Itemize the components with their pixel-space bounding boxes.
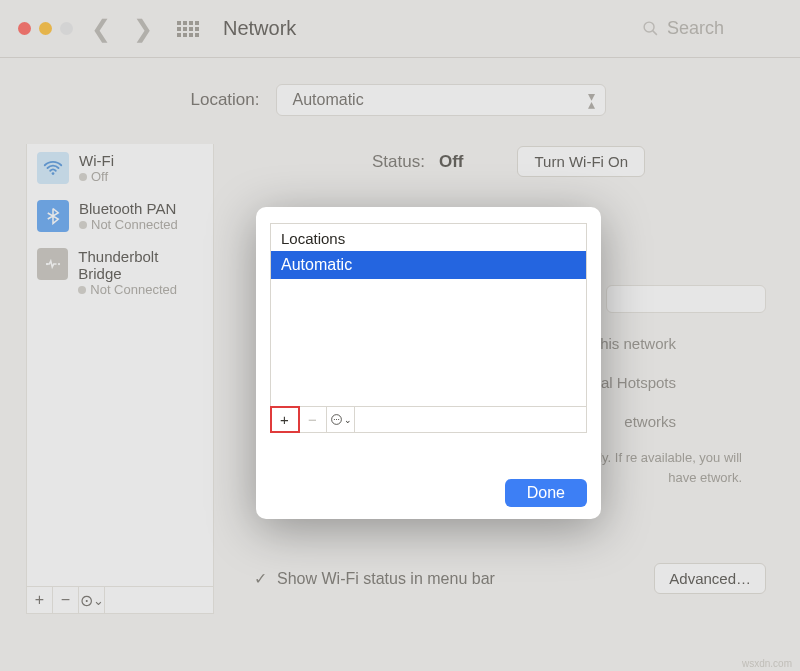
remove-location-button[interactable]: − — [299, 407, 327, 432]
svg-point-8 — [338, 419, 339, 420]
location-item[interactable]: Automatic — [271, 251, 586, 279]
location-actions-button[interactable]: ⌄ — [327, 407, 355, 432]
svg-point-7 — [335, 419, 336, 420]
add-location-button[interactable]: + — [271, 407, 299, 432]
chevron-down-icon: ⌄ — [344, 415, 352, 425]
watermark: wsxdn.com — [742, 658, 792, 669]
locations-dialog: Locations Automatic + − ⌄ Done — [256, 207, 601, 519]
prefs-window: ❮ ❯ Network Search Location: Automatic ▾… — [0, 0, 800, 671]
done-button[interactable]: Done — [505, 479, 587, 507]
ellipsis-icon — [330, 413, 343, 426]
svg-point-6 — [333, 419, 334, 420]
locations-header: Locations — [271, 224, 586, 251]
locations-toolbar: + − ⌄ — [270, 407, 587, 433]
toolbar-spacer — [355, 407, 586, 432]
locations-listbox: Locations Automatic — [270, 223, 587, 407]
